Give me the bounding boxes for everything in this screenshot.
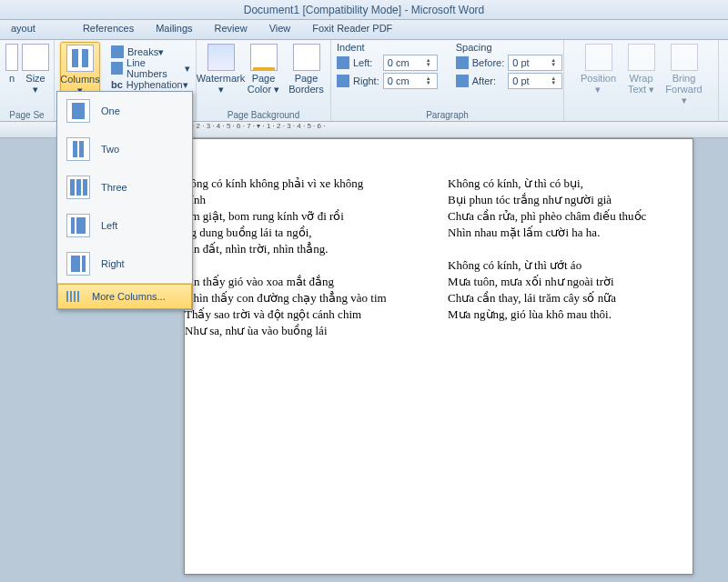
columns-left[interactable]: Left xyxy=(57,206,192,245)
spacing-before-label: Before: xyxy=(456,55,504,71)
doc-line[interactable]: ng dung buồng lái ta ngồi, xyxy=(185,225,430,241)
columns-dropdown: One Two Three Left Right More Columns... xyxy=(56,91,193,310)
wrap-text-button[interactable]: Wrap Text ▾ xyxy=(622,42,662,107)
bring-forward-button[interactable]: Bring Forward ▾ xyxy=(664,42,704,107)
doc-line[interactable]: Không có kính, ừ thì ướt áo xyxy=(448,257,693,274)
columns-icon xyxy=(66,45,94,72)
columns-button[interactable]: Columns▾ xyxy=(60,42,100,98)
indent-left-icon xyxy=(337,56,349,69)
doc-line[interactable]: hìn đất, nhìn trời, nhìn thẳng. xyxy=(185,241,430,257)
indent-right-input[interactable]: 0 cm▲▼ xyxy=(383,73,438,89)
spacing-before-icon xyxy=(456,56,469,69)
doc-line[interactable]: hông có kính không phải vì xe không xyxy=(185,176,430,192)
doc-line[interactable]: hìn thấy gió vào xoa mắt đắng xyxy=(185,274,430,290)
doc-line[interactable]: Nhìn thấy con đường chạy thẳng vào tim xyxy=(185,290,430,306)
tab-layout-partial[interactable]: ayout xyxy=(0,20,46,39)
orientation-button[interactable]: n xyxy=(5,42,19,96)
doc-line[interactable]: Bụi phun tóc trắng như người già xyxy=(448,192,693,208)
breaks-icon xyxy=(111,45,124,58)
tab-view[interactable]: View xyxy=(258,20,302,39)
page[interactable]: hông có kính không phải vì xe không kính… xyxy=(184,138,693,575)
indent-left-input[interactable]: 0 cm▲▼ xyxy=(383,55,438,71)
columns-two[interactable]: Two xyxy=(57,130,192,168)
indent-right-label: Right: xyxy=(337,73,379,89)
doc-line[interactable]: Mưa tuôn, mưa xối như ngoài trời xyxy=(448,274,693,290)
line-numbers-icon xyxy=(111,62,123,75)
hyphenation-icon: bc xyxy=(111,79,123,90)
columns-three[interactable]: Three xyxy=(57,168,192,206)
doc-line[interactable]: kính xyxy=(185,192,430,208)
tab-review[interactable]: Review xyxy=(204,20,258,39)
columns-one[interactable]: One xyxy=(57,92,192,130)
tab-foxit[interactable]: Foxit Reader PDF xyxy=(301,20,403,39)
doc-line[interactable]: om giật, bom rung kính vỡ đi rồi xyxy=(185,208,430,225)
page-color-button[interactable]: Page Color ▾ xyxy=(244,42,284,96)
tab-mailings[interactable]: Mailings xyxy=(145,20,203,39)
ribbon-tabs: ayout References Mailings Review View Fo… xyxy=(0,20,728,40)
size-button[interactable]: Size▾ xyxy=(22,42,49,96)
columns-more[interactable]: More Columns... xyxy=(57,284,192,309)
doc-line[interactable]: Thấy sao trời và đột ngột cánh chim xyxy=(185,306,430,323)
titlebar: Document1 [Compatibility Mode] - Microso… xyxy=(0,0,728,20)
indent-header: Indent xyxy=(337,42,438,53)
spacing-after-input[interactable]: 0 pt▲▼ xyxy=(508,73,562,89)
line-numbers-button[interactable]: Line Numbers ▾ xyxy=(111,60,190,76)
spacing-before-input[interactable]: 0 pt▲▼ xyxy=(508,55,562,71)
indent-right-icon xyxy=(337,75,349,87)
group-page-background: Page Background xyxy=(197,110,330,120)
indent-left-label: Left: xyxy=(337,55,379,71)
columns-right[interactable]: Right xyxy=(57,245,192,283)
more-columns-icon xyxy=(66,291,81,302)
doc-line[interactable]: Chưa cần thay, lái trăm cây số nữa xyxy=(448,290,693,306)
doc-line[interactable]: Không có kính, ừ thì có bụi, xyxy=(448,176,693,192)
spacing-after-label: After: xyxy=(456,73,504,89)
doc-line[interactable]: Nhìn nhau mặt lấm cười ha ha. xyxy=(448,225,693,241)
column-1: hông có kính không phải vì xe không kính… xyxy=(185,176,439,574)
spacing-header: Spacing xyxy=(456,42,562,53)
watermark-button[interactable]: Watermark▾ xyxy=(201,42,241,96)
page-borders-button[interactable]: Page Borders xyxy=(287,42,327,96)
group-paragraph: Paragraph xyxy=(331,110,563,120)
column-2: Không có kính, ừ thì có bụi, Bụi phun tó… xyxy=(439,176,693,574)
tab-references[interactable]: References xyxy=(72,20,145,39)
doc-line[interactable]: Chưa cần rửa, phì phèo châm điếu thuốc xyxy=(448,208,693,225)
doc-line[interactable]: Như sa, như ùa vào buồng lái xyxy=(185,323,430,339)
position-button[interactable]: Position▾ xyxy=(579,42,619,107)
group-page-setup: Page Se xyxy=(0,110,54,120)
doc-line[interactable]: Mưa ngừng, gió lùa khô mau thôi. xyxy=(448,306,693,323)
spacing-after-icon xyxy=(456,75,469,87)
